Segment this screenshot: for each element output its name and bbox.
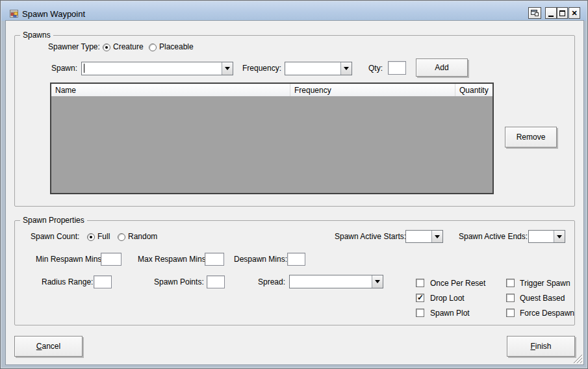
frequency-dropdown-button[interactable] <box>340 62 352 75</box>
spawn-active-starts-dropdown-button[interactable] <box>431 231 442 242</box>
spawn-properties-group-title: Spawn Properties <box>20 216 87 225</box>
spawn-list-header: Name Frequency Quantity <box>51 84 492 97</box>
spawn-active-ends-label: Spawn Active Ends: <box>459 232 528 241</box>
spawn-active-ends-dropdown-button[interactable] <box>554 231 565 242</box>
spawn-waypoint-window: Spawn Waypoint ✕ Spawns Spawner Type: Cr… <box>0 0 588 369</box>
chevron-down-icon <box>344 67 349 70</box>
spawn-active-starts-label: Spawn Active Starts: <box>335 232 406 241</box>
max-respawn-mins-label: Max Respawn Mins: <box>138 255 208 264</box>
spawn-dropdown-button[interactable] <box>222 62 233 75</box>
checkbox-drop-loot[interactable] <box>416 294 424 302</box>
spawn-combobox[interactable] <box>81 62 233 75</box>
spawn-label: Spawn: <box>51 64 77 73</box>
min-respawn-mins-input[interactable] <box>101 253 121 266</box>
minimize-button[interactable] <box>545 7 557 19</box>
checkbox-drop-loot-label[interactable]: Drop Loot <box>430 294 465 303</box>
checkbox-trigger-spawn[interactable] <box>506 279 515 287</box>
form-window-icon <box>530 9 539 17</box>
window-title: Spawn Waypoint <box>22 9 85 19</box>
frequency-combobox-field <box>285 62 340 75</box>
finish-button[interactable]: Finish <box>507 336 575 357</box>
radio-full[interactable] <box>87 233 95 241</box>
frequency-label: Frequency: <box>242 64 281 73</box>
spawns-group: Spawns Spawner Type: Creature Placeable … <box>14 35 575 207</box>
checkbox-once-per-reset-label[interactable]: Once Per Reset <box>430 279 485 288</box>
spawn-points-input[interactable] <box>207 275 225 288</box>
titlebar[interactable] <box>1 1 587 21</box>
spawn-list: Name Frequency Quantity <box>50 83 494 194</box>
spawner-type-label: Spawner Type: <box>48 42 100 51</box>
checkbox-trigger-spawn-label[interactable]: Trigger Spawn <box>520 279 570 288</box>
radio-full-label[interactable]: Full <box>97 232 110 241</box>
chevron-down-icon <box>557 235 562 238</box>
spawn-list-body[interactable] <box>51 97 492 193</box>
spawn-active-ends-field <box>529 231 554 242</box>
maximize-button[interactable] <box>557 7 568 19</box>
spawn-combobox-field <box>82 62 222 75</box>
radio-random[interactable] <box>118 233 125 241</box>
spread-label: Spread: <box>258 277 285 286</box>
checkbox-quest-based-label[interactable]: Quest Based <box>520 294 565 303</box>
text-caret <box>84 64 84 73</box>
frequency-combobox[interactable] <box>285 62 352 75</box>
finish-label-mnemonic: F <box>530 342 535 351</box>
spawn-count-label: Spawn Count: <box>31 232 79 241</box>
radio-creature-label[interactable]: Creature <box>113 42 144 51</box>
add-button[interactable]: Add <box>416 58 468 77</box>
radio-placeable-label[interactable]: Placeable <box>159 42 194 51</box>
spread-combobox[interactable] <box>289 275 383 288</box>
spawn-points-label: Spawn Points: <box>154 277 204 286</box>
spawn-active-ends-combobox[interactable] <box>528 230 565 243</box>
spawn-active-starts-combobox[interactable] <box>405 230 443 243</box>
close-icon: ✕ <box>571 10 577 17</box>
qty-label: Qty: <box>368 64 383 73</box>
column-header-quantity[interactable]: Quantity <box>455 84 492 96</box>
spread-dropdown-button[interactable] <box>372 275 383 288</box>
radio-placeable[interactable] <box>149 44 157 51</box>
checkbox-force-despawn[interactable] <box>506 309 515 317</box>
chevron-down-icon <box>435 235 440 238</box>
despawn-mins-label: Despawn Mins: <box>234 255 287 264</box>
spawn-properties-group: Spawn Properties Spawn Count: Full Rando… <box>14 220 575 325</box>
max-respawn-mins-input[interactable] <box>205 253 224 266</box>
qty-input[interactable] <box>388 61 406 75</box>
spawn-active-starts-field <box>406 231 431 242</box>
minimize-icon <box>548 16 554 17</box>
min-respawn-mins-label: Min Respawn Mins: <box>36 255 104 264</box>
checkbox-quest-based[interactable] <box>506 294 515 302</box>
close-button[interactable]: ✕ <box>569 7 580 19</box>
column-header-name[interactable]: Name <box>51 84 290 96</box>
checkbox-force-despawn-label[interactable]: Force Despawn <box>520 309 574 318</box>
cancel-label-mnemonic: C <box>36 342 42 351</box>
checkbox-spawn-plot-label[interactable]: Spawn Plot <box>430 309 470 318</box>
checkbox-spawn-plot[interactable] <box>416 309 424 317</box>
cancel-label-rest: ancel <box>42 342 60 351</box>
form-preview-button[interactable] <box>528 7 541 19</box>
spread-field <box>290 275 372 288</box>
radio-random-label[interactable]: Random <box>128 232 157 241</box>
resize-grip[interactable] <box>574 355 583 364</box>
despawn-mins-input[interactable] <box>287 253 305 266</box>
remove-button[interactable]: Remove <box>505 127 557 147</box>
spawns-group-title: Spawns <box>20 31 53 40</box>
radius-range-input[interactable] <box>94 275 112 288</box>
maximize-icon <box>559 10 565 16</box>
column-header-frequency[interactable]: Frequency <box>290 84 455 96</box>
radius-range-label: Radius Range: <box>42 277 93 286</box>
radio-creature[interactable] <box>103 44 110 51</box>
app-icon <box>9 8 19 19</box>
finish-label-rest: inish <box>535 342 552 351</box>
chevron-down-icon <box>375 280 380 283</box>
cancel-button[interactable]: Cancel <box>14 336 83 357</box>
checkbox-once-per-reset[interactable] <box>416 279 424 287</box>
chevron-down-icon <box>225 67 230 70</box>
